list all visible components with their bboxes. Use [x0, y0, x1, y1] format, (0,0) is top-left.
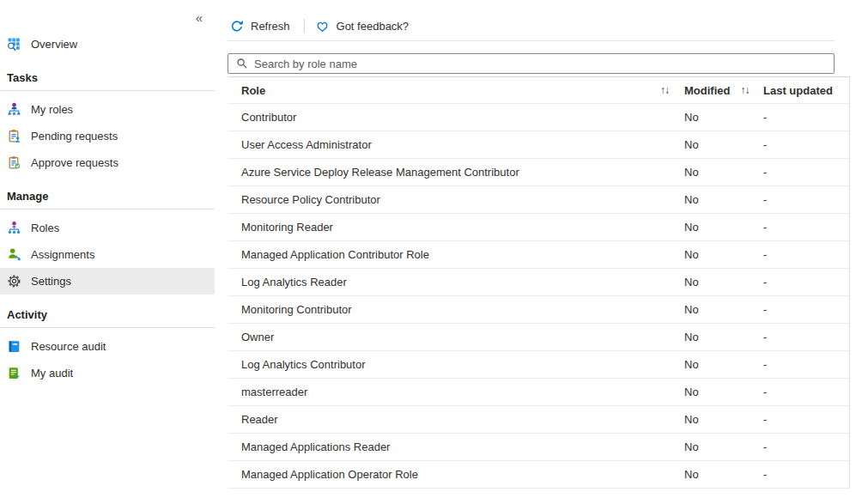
- sidebar-section-activity: ActivityResource auditMy audit: [0, 307, 215, 386]
- table-row[interactable]: Resource Policy ContributorNo-: [228, 186, 849, 214]
- table-row[interactable]: ReaderNo-: [228, 406, 849, 434]
- table-row[interactable]: Log Analytics ContributorNo-: [228, 351, 849, 379]
- refresh-icon: [229, 19, 244, 33]
- role-cell: Managed Application Operator Role: [228, 468, 684, 481]
- modified-cell: No: [684, 166, 763, 179]
- sidebar-section-header: Activity: [0, 307, 215, 327]
- sidebar-item-label: Resource audit: [31, 340, 106, 353]
- last-updated-cell: -: [763, 193, 849, 206]
- last-updated-header-cell: Last updated: [763, 84, 849, 97]
- sidebar-item-roles[interactable]: Roles: [0, 215, 215, 241]
- modified-cell: No: [684, 386, 763, 398]
- search-icon: [235, 57, 249, 70]
- last-updated-cell: -: [763, 303, 849, 316]
- modified-cell: No: [684, 440, 763, 453]
- sidebar-item-settings[interactable]: Settings: [0, 268, 215, 295]
- sidebar-item-label: Roles: [31, 222, 59, 234]
- table-row[interactable]: Managed Applications ReaderNo-: [228, 434, 849, 461]
- modified-cell: No: [684, 358, 763, 371]
- sidebar-item-resource-audit[interactable]: Resource audit: [0, 333, 215, 360]
- sidebar-section-manage: ManageRolesAssignmentsSettings: [0, 188, 215, 295]
- assignments-icon: [7, 247, 21, 262]
- search-box[interactable]: [228, 53, 835, 74]
- modified-cell: No: [684, 331, 763, 343]
- table-row[interactable]: User Access AdministratorNo-: [228, 131, 849, 159]
- last-updated-cell: -: [763, 331, 849, 343]
- role-cell: Monitoring Reader: [228, 221, 684, 234]
- table-row[interactable]: OwnerNo-: [228, 324, 849, 351]
- table-row[interactable]: Azure Service Deploy Release Management …: [228, 159, 849, 186]
- role-cell: Log Analytics Reader: [228, 276, 684, 288]
- column-header-last-updated: Last updated: [763, 84, 833, 97]
- column-header-role[interactable]: Role: [241, 84, 265, 97]
- divider: [0, 209, 215, 209]
- sidebar-section-header: Tasks: [0, 70, 215, 90]
- sidebar-item-approve-requests[interactable]: Approve requests: [0, 149, 215, 176]
- table-row[interactable]: ContributorNo-: [228, 104, 849, 131]
- feedback-button[interactable]: Got feedback?: [313, 15, 415, 37]
- roles-table: Role ↑↓ Modified ↑↓ Last updated Contrib…: [228, 76, 850, 489]
- sidebar-item-label: Approve requests: [31, 156, 118, 169]
- last-updated-cell: -: [763, 221, 849, 234]
- sidebar-item-assignments[interactable]: Assignments: [0, 241, 215, 268]
- last-updated-cell: -: [763, 413, 849, 426]
- modified-cell: No: [684, 303, 763, 316]
- my-roles-icon: [7, 102, 21, 117]
- search-input[interactable]: [254, 58, 827, 70]
- divider: [0, 327, 215, 328]
- table-row[interactable]: Managed Application Contributor RoleNo-: [228, 241, 849, 269]
- sidebar-nav: OverviewTasksMy rolesPending requestsApp…: [0, 31, 215, 386]
- last-updated-cell: -: [763, 358, 849, 371]
- sidebar-item-label: Settings: [31, 275, 71, 288]
- feedback-label: Got feedback?: [337, 20, 410, 33]
- modified-cell: No: [684, 138, 763, 151]
- sidebar-item-label: Pending requests: [31, 130, 118, 143]
- table-row[interactable]: masterreaderNo-: [228, 379, 849, 406]
- sidebar-item-my-roles[interactable]: My roles: [0, 96, 215, 123]
- modified-cell: No: [684, 468, 763, 481]
- app-window: « OverviewTasksMy rolesPending requestsA…: [0, 0, 868, 504]
- sidebar-collapse-row: «: [0, 10, 215, 31]
- table-body: ContributorNo-User Access AdministratorN…: [228, 104, 849, 489]
- table-row[interactable]: Managed Application Operator RoleNo-: [228, 461, 849, 489]
- sidebar-item-overview[interactable]: Overview: [0, 31, 215, 58]
- overview-icon: [7, 37, 21, 52]
- modified-cell: No: [684, 413, 763, 426]
- sidebar-item-my-audit[interactable]: My audit: [0, 360, 215, 386]
- sort-role-icon[interactable]: ↑↓: [660, 84, 669, 96]
- role-cell: Monitoring Contributor: [228, 303, 684, 316]
- refresh-label: Refresh: [251, 20, 290, 33]
- sidebar-section-header: Manage: [0, 188, 215, 209]
- resource-audit-icon: [7, 339, 21, 354]
- my-audit-icon: [7, 366, 21, 380]
- collapse-sidebar-button[interactable]: «: [196, 10, 203, 25]
- sidebar-item-pending-requests[interactable]: Pending requests: [0, 123, 215, 149]
- sidebar: « OverviewTasksMy rolesPending requestsA…: [0, 0, 215, 504]
- last-updated-cell: -: [763, 386, 849, 398]
- refresh-button[interactable]: Refresh: [228, 15, 295, 37]
- last-updated-cell: -: [763, 111, 849, 124]
- sort-modified-icon[interactable]: ↑↓: [740, 84, 749, 96]
- last-updated-cell: -: [763, 440, 849, 453]
- table-row[interactable]: Monitoring ContributorNo-: [228, 296, 849, 324]
- modified-cell: No: [684, 276, 763, 288]
- main-content: Refresh Got feedback? Role ↑↓ Modified ↑: [215, 0, 868, 504]
- modified-cell: No: [684, 193, 763, 206]
- role-cell: Managed Application Contributor Role: [228, 248, 684, 261]
- last-updated-cell: -: [763, 166, 849, 179]
- sidebar-item-label: Overview: [31, 38, 77, 51]
- toolbar-separator: [304, 19, 305, 33]
- role-cell: Reader: [228, 413, 684, 426]
- column-header-modified[interactable]: Modified: [684, 84, 730, 97]
- modified-cell: No: [684, 221, 763, 234]
- role-cell: Resource Policy Contributor: [228, 193, 684, 206]
- sidebar-section-tasks: TasksMy rolesPending requestsApprove req…: [0, 70, 215, 176]
- modified-cell: No: [684, 248, 763, 261]
- table-row[interactable]: Log Analytics ReaderNo-: [228, 269, 849, 296]
- command-bar: Refresh Got feedback?: [228, 14, 868, 38]
- modified-cell: No: [684, 111, 763, 124]
- role-cell: User Access Administrator: [228, 138, 684, 151]
- modified-header-cell: Modified ↑↓: [684, 84, 763, 97]
- approve-requests-icon: [7, 155, 21, 170]
- table-row[interactable]: Monitoring ReaderNo-: [228, 214, 849, 241]
